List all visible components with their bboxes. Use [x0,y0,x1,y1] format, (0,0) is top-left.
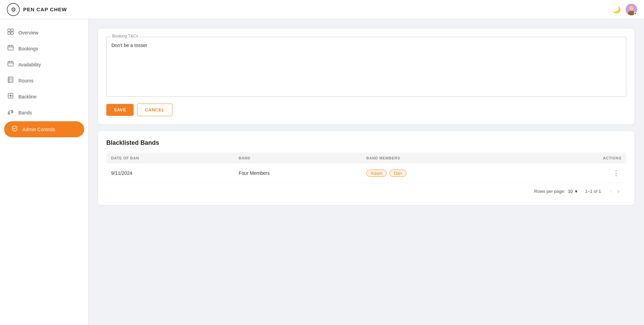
sidebar-item-backline[interactable]: Backline [0,89,88,105]
rows-per-page-select[interactable]: 10 ▼ [568,189,578,194]
rows-per-page-area: Rows per page: 10 ▼ [534,189,578,194]
sidebar-item-label: Backline [18,94,36,99]
sidebar-item-label: Bookings [18,46,38,51]
sidebar-item-label: Rooms [18,78,33,83]
rows-per-page-label: Rows per page: [534,189,565,194]
table-row: 9/11/2024 Four Members Adam Dan ⋮ [106,164,626,183]
sidebar-item-rooms[interactable]: Rooms [0,73,88,89]
sidebar-item-bookings[interactable]: Bookings [0,41,88,57]
sidebar-item-bands[interactable]: Bands [0,105,88,121]
cell-date-of-ban: 9/11/2024 [111,170,239,176]
cancel-button[interactable]: CANCEL [137,104,172,116]
save-button[interactable]: SAVE [106,104,134,116]
booking-tc-card: Booking T&Cs Don't be a tosser SAVE CANC… [98,29,634,124]
booking-tc-actions: SAVE CANCEL [106,104,626,116]
blacklisted-bands-table: DATE OF BAN BAND BAND MEMBERS ACTIONS 9/… [106,153,626,197]
sidebar-item-availability[interactable]: Availability [0,57,88,73]
logo-icon: ⚙ [7,3,20,16]
blacklisted-bands-card: Blacklisted Bands DATE OF BAN BAND BAND … [98,131,634,205]
svg-rect-13 [8,62,13,66]
cell-actions: ⋮ [558,168,622,178]
pagination-prev-button[interactable]: ‹ [608,187,614,196]
admin-controls-icon [11,125,18,133]
app-header: ⚙ PEN CAP CHEW 🌙 [0,0,644,19]
svg-point-3 [629,6,633,10]
sidebar-item-overview[interactable]: Overview [0,25,88,41]
backline-icon [7,93,14,100]
pagination-next-button[interactable]: › [615,187,622,196]
col-actions: ACTIONS [558,156,622,160]
avatar-status-indicator [634,12,637,15]
row-actions-button[interactable]: ⋮ [611,168,622,178]
svg-rect-5 [8,29,10,31]
col-band: BAND [239,156,367,160]
member-chip-adam: Adam [366,170,387,177]
sidebar-item-label: Bands [18,110,32,115]
booking-tc-textarea[interactable]: Don't be a tosser [111,43,621,90]
cell-band: Four Members [239,170,367,176]
col-band-members: BAND MEMBERS [366,156,558,160]
chevron-down-icon: ▼ [574,189,578,194]
table-header: DATE OF BAN BAND BAND MEMBERS ACTIONS [106,153,626,164]
svg-rect-7 [8,32,10,34]
booking-tc-section: Booking T&Cs Don't be a tosser [106,37,626,97]
svg-text:⚙: ⚙ [11,6,16,13]
col-date-of-ban: DATE OF BAN [111,156,239,160]
sidebar-item-label: Admin Controls [22,127,55,132]
rows-per-page-value: 10 [568,189,573,194]
sidebar-item-admin-controls[interactable]: Admin Controls [4,121,84,137]
pagination-arrows: ‹ › [608,187,622,196]
svg-rect-6 [11,29,13,31]
sidebar: Overview Bookings Availability Rooms Bac… [0,19,89,325]
svg-point-25 [10,95,12,97]
pagination-range: 1–1 of 1 [585,189,601,194]
svg-rect-8 [11,32,13,34]
booking-tc-label: Booking T&Cs [111,34,139,38]
pagination: Rows per page: 10 ▼ 1–1 of 1 ‹ › [106,183,626,197]
sidebar-item-label: Availability [18,62,41,67]
main-content: Booking T&Cs Don't be a tosser SAVE CANC… [89,19,644,325]
page-layout: Overview Bookings Availability Rooms Bac… [0,19,644,325]
svg-rect-9 [8,46,13,50]
bookings-icon [7,45,14,52]
app-title: PEN CAP CHEW [23,6,67,12]
blacklisted-bands-title: Blacklisted Bands [106,139,626,146]
sidebar-item-label: Overview [18,30,38,35]
availability-icon [7,61,14,68]
dark-mode-icon[interactable]: 🌙 [612,5,621,14]
header-actions: 🌙 [612,4,637,15]
rooms-icon [7,77,14,84]
bands-icon [7,109,14,117]
user-avatar[interactable] [626,4,637,15]
logo-area: ⚙ PEN CAP CHEW [7,3,67,16]
cell-band-members: Adam Dan [366,170,558,177]
member-chip-dan: Dan [389,170,407,177]
overview-icon [7,29,14,36]
